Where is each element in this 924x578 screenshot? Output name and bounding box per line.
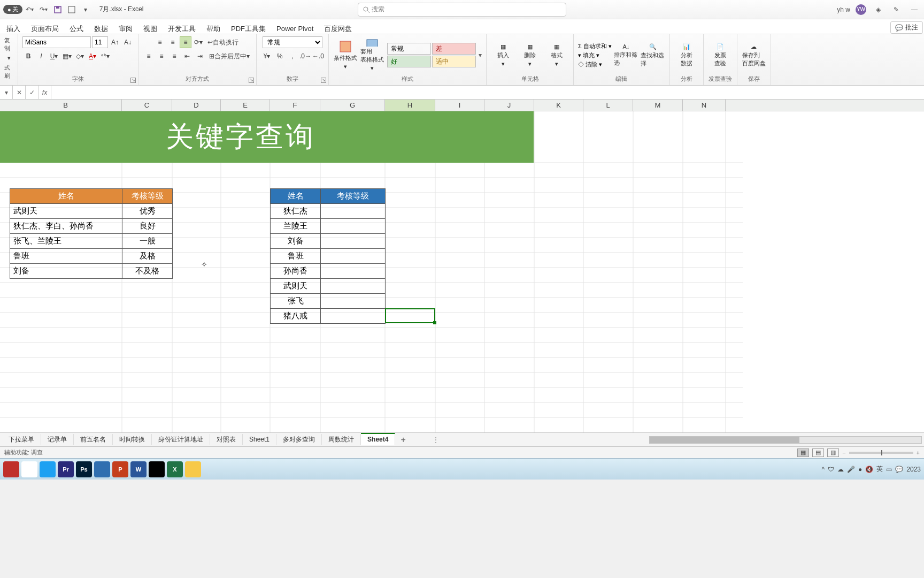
- tray-chevron-icon[interactable]: ^: [821, 466, 825, 473]
- style-normal[interactable]: 常规: [387, 43, 431, 55]
- taskbar-app[interactable]: P: [112, 461, 128, 477]
- table-row[interactable]: 刘备不及格: [10, 264, 173, 279]
- horizontal-scrollbar[interactable]: [649, 436, 922, 444]
- table-row[interactable]: 猪八戒: [271, 309, 386, 324]
- ribbon-tab[interactable]: 开发工具: [163, 22, 201, 35]
- table-row[interactable]: 张飞、兰陵王一般: [10, 234, 173, 249]
- search-box[interactable]: 搜索: [358, 3, 566, 17]
- fill-color-button[interactable]: ◇▾: [74, 50, 86, 62]
- selected-cell[interactable]: [385, 308, 435, 323]
- column-header[interactable]: G: [320, 100, 385, 111]
- align-right[interactable]: ≡: [168, 50, 180, 62]
- taskbar-app[interactable]: X: [167, 461, 183, 477]
- minimize-button[interactable]: —: [908, 3, 921, 16]
- increase-decimal[interactable]: .0→: [299, 50, 311, 62]
- tray-volume-icon[interactable]: 🔇: [865, 466, 873, 473]
- fx-button[interactable]: fx: [38, 86, 51, 99]
- lookup-table[interactable]: 姓名考核等级 狄仁杰兰陵王刘备鲁班孙尚香武则天张飞猪八戒: [270, 188, 386, 324]
- page-break-view-button[interactable]: ▥: [827, 448, 839, 457]
- table-row[interactable]: 刘备: [271, 234, 386, 249]
- column-header[interactable]: K: [534, 100, 583, 111]
- zoom-slider[interactable]: [849, 452, 913, 454]
- source-table[interactable]: 姓名考核等级 武则天优秀狄仁杰、李白、孙尚香良好张飞、兰陵王一般鲁班及格刘备不及…: [10, 188, 173, 279]
- name-box-dropdown[interactable]: ▾: [0, 86, 13, 99]
- ribbon-tab[interactable]: 数据: [89, 22, 113, 35]
- page-layout-view-button[interactable]: ▤: [812, 448, 824, 457]
- add-sheet-button[interactable]: +: [395, 435, 411, 445]
- style-neutral[interactable]: 适中: [432, 56, 476, 67]
- ribbon-tab[interactable]: 审阅: [113, 22, 138, 35]
- orientation-button[interactable]: ⟳▾: [192, 36, 204, 48]
- analyze-data-button[interactable]: 📊分析 数据: [674, 39, 699, 72]
- table-row[interactable]: 张飞: [271, 294, 386, 309]
- tray-shield-icon[interactable]: 🛡: [828, 466, 834, 473]
- column-headers[interactable]: BCDEFGHIJKLMN: [0, 100, 924, 111]
- taskbar-app[interactable]: [94, 461, 110, 477]
- ribbon-tab[interactable]: 帮助: [201, 22, 226, 35]
- cancel-formula[interactable]: ✕: [13, 86, 26, 99]
- align-top[interactable]: ≡: [154, 36, 166, 48]
- taskbar-app[interactable]: Pr: [58, 461, 74, 477]
- decrease-decimal[interactable]: ←.0: [312, 50, 324, 62]
- clock[interactable]: 2023: [906, 466, 921, 473]
- align-launcher[interactable]: ↘: [249, 78, 254, 83]
- invoice-check-button[interactable]: 📄发票 查验: [708, 39, 733, 72]
- autosave-toggle[interactable]: ● 关: [3, 5, 22, 14]
- column-header[interactable]: J: [484, 100, 534, 111]
- taskbar-app[interactable]: [149, 461, 165, 477]
- table-row[interactable]: 孙尚香: [271, 264, 386, 279]
- style-good[interactable]: 好: [387, 56, 431, 67]
- merge-center-button[interactable]: ⊞ 合并后居中 ▾: [207, 50, 252, 62]
- tray-mic-icon[interactable]: 🎤: [847, 466, 855, 473]
- column-header[interactable]: N: [683, 100, 726, 111]
- styles-more[interactable]: ▾: [479, 51, 482, 59]
- ribbon-tab[interactable]: PDF工具集: [226, 22, 271, 35]
- zoom-in-button[interactable]: +: [917, 450, 920, 456]
- font-color-button[interactable]: A▾: [87, 50, 98, 62]
- format-as-table-button[interactable]: 套用 表格格式▾: [360, 39, 384, 72]
- tray-notification-icon[interactable]: 💬: [895, 466, 903, 473]
- qat-button[interactable]: [65, 3, 78, 16]
- column-header[interactable]: E: [221, 100, 270, 111]
- save-netdisk-button[interactable]: ☁保存到 百度网盘: [742, 39, 766, 72]
- worksheet-grid[interactable]: 关键字查询 姓名考核等级 武则天优秀狄仁杰、李白、孙尚香良好张飞、兰陵王一般鲁班…: [0, 111, 924, 432]
- column-header[interactable]: L: [583, 100, 633, 111]
- zoom-out-button[interactable]: −: [842, 450, 845, 456]
- sheet-tab[interactable]: 对照表: [210, 434, 243, 445]
- comments-button[interactable]: 💬 批注: [890, 21, 923, 34]
- underline-button[interactable]: U▾: [48, 50, 60, 62]
- indent-inc[interactable]: ⇥: [194, 50, 206, 62]
- table-row[interactable]: 狄仁杰、李白、孙尚香良好: [10, 219, 173, 234]
- number-launcher[interactable]: ↘: [321, 78, 326, 83]
- taskbar-app[interactable]: Ps: [76, 461, 92, 477]
- table-row[interactable]: 鲁班: [271, 249, 386, 264]
- sheet-tab[interactable]: 记录单: [41, 434, 74, 445]
- font-name-combo[interactable]: [22, 36, 91, 48]
- style-bad[interactable]: 差: [432, 43, 476, 55]
- taskbar-app[interactable]: [3, 461, 19, 477]
- save-button[interactable]: [51, 3, 64, 16]
- column-header[interactable]: C: [122, 100, 172, 111]
- bold-button[interactable]: B: [22, 50, 34, 62]
- taskbar-app[interactable]: W: [130, 461, 147, 477]
- sheet-tab-menu[interactable]: ⋮: [433, 436, 439, 444]
- column-header[interactable]: D: [172, 100, 221, 111]
- percent-button[interactable]: %: [274, 50, 286, 62]
- format-painter-button[interactable]: 式刷: [4, 64, 13, 80]
- comma-button[interactable]: ,: [287, 50, 298, 62]
- formula-input[interactable]: [51, 86, 924, 99]
- diamond-icon[interactable]: ◈: [872, 3, 884, 16]
- undo-button[interactable]: ↶▾: [24, 3, 36, 16]
- tray-cloud-icon[interactable]: ☁: [837, 466, 844, 473]
- column-header[interactable]: I: [435, 100, 484, 111]
- format-cells-button[interactable]: ▦格式▾: [544, 39, 569, 72]
- ribbon-tab[interactable]: 公式: [64, 22, 89, 35]
- normal-view-button[interactable]: ▦: [797, 448, 809, 457]
- column-header[interactable]: H: [385, 100, 435, 111]
- phonetic-button[interactable]: ᵃᵇ▾: [99, 50, 111, 62]
- tray-ime-icon[interactable]: 英: [876, 465, 883, 474]
- taskbar-app[interactable]: [40, 461, 56, 477]
- indent-dec[interactable]: ⇤: [181, 50, 193, 62]
- copy-button[interactable]: 复制: [4, 36, 13, 52]
- wrap-text-button[interactable]: ↩ 自动换行: [205, 36, 241, 48]
